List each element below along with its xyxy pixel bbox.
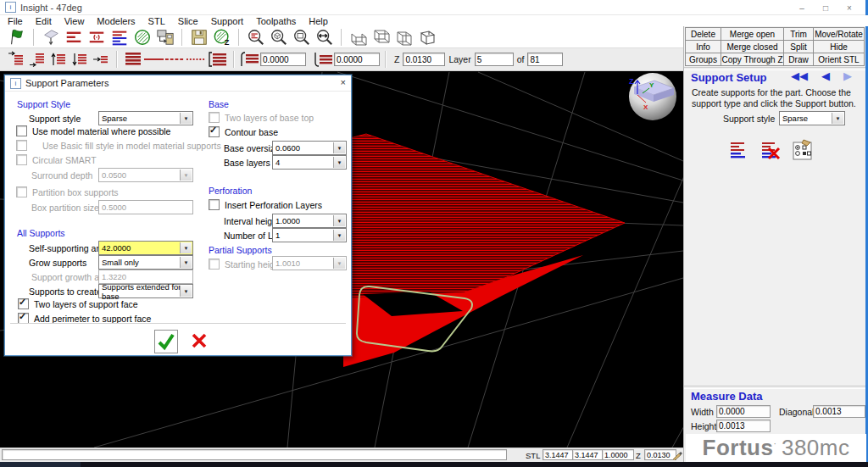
chevron-down-icon[interactable]: ▼ [333,230,345,241]
number-of-layers-select[interactable]: 1▼ [272,228,347,242]
zoom-extents-button[interactable] [313,27,336,47]
range-end-button[interactable] [313,50,334,69]
minimize-button[interactable]: – [790,3,814,13]
support-curves-button[interactable] [108,27,131,47]
layer-toolbar: Z Layer of [0,48,683,71]
save-button[interactable] [187,27,210,47]
chevron-down-icon[interactable]: ▼ [333,157,345,168]
view-front-button[interactable] [392,27,415,47]
close-button[interactable]: × [837,3,861,13]
zoom-cube-button[interactable] [267,27,290,47]
view-top-button[interactable] [370,27,392,47]
interval-height-select[interactable]: 1.0000▼ [272,214,347,228]
measure-width-field[interactable] [716,405,771,418]
range-start-field[interactable] [260,53,306,66]
insert-perforation-checkbox[interactable] [209,199,220,210]
chevron-down-icon[interactable]: ▼ [333,215,345,226]
menu-edit[interactable]: Edit [36,16,52,26]
chevron-down-icon[interactable]: ▼ [333,142,345,153]
move-rotate-button[interactable]: Move/Rotate [813,27,865,41]
menu-toolpaths[interactable]: Toolpaths [256,16,296,26]
chevron-down-icon[interactable]: ▼ [180,286,192,297]
view-iso-button[interactable] [415,27,438,47]
view-bottom-button[interactable] [347,27,370,47]
measure-height-field[interactable] [716,420,771,432]
groups-button[interactable]: Groups [685,53,721,66]
draw-button[interactable]: Draw [783,53,814,66]
total-layers-field[interactable] [527,53,563,66]
support-style-select[interactable]: Sparse▼ [98,111,193,125]
trim-button[interactable]: Trim [783,27,814,41]
previous-operation-button[interactable]: ◀ [821,70,830,81]
open-curves-button[interactable] [85,27,108,47]
info-button[interactable]: Info [685,40,721,53]
layer-number-field[interactable] [475,53,514,66]
two-layers-support-face-checkbox[interactable] [18,298,29,309]
chevron-down-icon[interactable]: ▼ [180,242,192,253]
send-to-printer-button[interactable] [153,27,176,47]
layer-range-button[interactable] [207,50,228,69]
chevron-down-icon[interactable]: ▼ [180,257,192,268]
split-button[interactable]: Split [783,40,814,53]
menu-modelers[interactable]: Modelers [97,16,135,26]
dialog-close-button[interactable]: × [341,77,346,87]
first-operation-button[interactable]: ◀◀ [791,70,808,81]
orient-stl-button[interactable]: Orient STL [813,53,865,66]
support-structure[interactable] [343,134,625,367]
dialog-title-bar[interactable]: i Support Parameters × [5,75,351,92]
measure-width-label: Width [691,407,714,417]
finish-button[interactable] [5,27,28,47]
layer-down-button[interactable] [69,50,90,69]
menu-support[interactable]: Support [211,16,244,26]
contour-base-checkbox[interactable] [209,126,220,137]
delete-button[interactable]: Delete [685,27,721,41]
create-supports-button[interactable] [726,138,750,162]
range-start-button[interactable] [239,50,260,69]
menu-slice[interactable]: Slice [178,16,198,26]
orient-part-button[interactable] [39,27,62,47]
menu-help[interactable]: Help [309,16,328,26]
measure-tool-icon[interactable] [672,450,682,460]
range-end-field[interactable] [334,53,380,66]
menu-stl[interactable]: STL [148,16,165,26]
delete-supports-button[interactable] [759,138,782,162]
zoom-layers-button[interactable] [244,27,267,47]
layer-up-button[interactable] [47,50,69,69]
next-operation-button[interactable]: ▶ [843,70,852,81]
merge-open-button[interactable]: Merge open [721,27,784,41]
support-parameters-button[interactable] [791,138,815,162]
chevron-down-icon[interactable]: ▼ [180,113,192,124]
go-to-layer-button[interactable] [90,50,111,69]
zoom-window-button[interactable] [290,27,313,47]
base-layers-select[interactable]: 4▼ [272,155,347,170]
layer-curves-button[interactable] [62,27,85,47]
supports-to-create-select[interactable]: Supports extended for base▼ [98,284,193,298]
self-supporting-angle-select[interactable]: 42.0000▼ [98,241,193,255]
copy-through-z-button[interactable]: Copy Through Z [721,53,784,66]
menu-view[interactable]: View [64,16,85,26]
dotted-line-button[interactable] [186,50,207,69]
fill-button[interactable] [131,27,153,47]
base-oversize-select[interactable]: 0.0600▼ [272,141,347,155]
orientation-sphere[interactable]: Z Y X [629,73,676,120]
chevron-down-icon[interactable]: ▼ [832,113,843,124]
all-layers-button[interactable] [122,50,143,69]
toolbar-separator [116,51,117,68]
menu-file[interactable]: File [8,16,23,26]
ok-button[interactable] [154,330,178,353]
fill-through-z-button[interactable]: Z [210,27,233,47]
starting-height-select: 1.0010▼ [272,256,347,270]
maximize-button[interactable]: □ [814,3,837,13]
z-height-field[interactable] [403,53,445,66]
hide-button[interactable]: Hide [813,40,865,53]
panel-support-style-select[interactable]: Sparse ▼ [779,111,845,125]
measure-diagonal-field[interactable] [813,405,865,418]
bottom-layer-button[interactable] [26,50,47,69]
grow-supports-select[interactable]: Small only▼ [98,255,193,270]
solid-line-button[interactable] [143,50,164,69]
top-layer-button[interactable] [5,50,26,69]
cancel-button[interactable] [188,330,210,352]
merge-closed-button[interactable]: Merge closed [721,40,784,53]
dashed-line-button[interactable] [164,50,186,69]
use-model-material-checkbox[interactable] [16,125,27,136]
